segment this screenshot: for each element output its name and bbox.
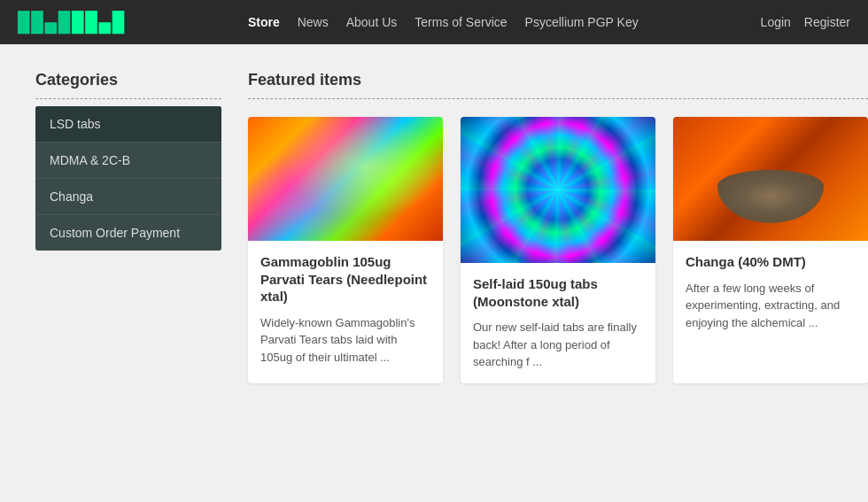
product-image-2 <box>461 117 655 263</box>
main-nav: Store News About Us Terms of Service Psy… <box>248 15 639 29</box>
nav-pgp[interactable]: Psycellium PGP Key <box>525 15 639 29</box>
sidebar-item-custom[interactable]: Custom Order Payment <box>35 215 221 251</box>
nav-store[interactable]: Store <box>248 15 280 29</box>
auth-links: Login Register <box>761 15 850 29</box>
product-name-3: Changa (40% DMT) <box>686 253 856 271</box>
main-content: Categories LSD tabs MDMA & 2C-B Changa C… <box>0 44 868 410</box>
product-info-1: Gammagoblin 105ug Parvati Tears (Needlep… <box>248 241 443 378</box>
products-grid: Gammagoblin 105ug Parvati Tears (Needlep… <box>248 117 868 383</box>
nav-news[interactable]: News <box>298 15 329 29</box>
register-link[interactable]: Register <box>804 15 850 29</box>
product-info-3: Changa (40% DMT) After a few long weeks … <box>673 241 868 344</box>
product-desc-1: Widely-known Gammagoblin's Parvati Tears… <box>260 314 430 367</box>
logo: ██▄███▄█ <box>18 12 126 34</box>
sidebar-item-changa[interactable]: Changa <box>35 179 221 215</box>
sidebar-item-lsd[interactable]: LSD tabs <box>35 106 221 143</box>
sidebar-title: Categories <box>35 71 221 89</box>
product-image-3 <box>673 117 868 241</box>
product-name-2: Self-laid 150ug tabs (Moonstone xtal) <box>473 275 643 310</box>
product-desc-3: After a few long weeks of experimenting,… <box>686 280 856 332</box>
product-card-2[interactable]: Self-laid 150ug tabs (Moonstone xtal) Ou… <box>461 117 655 383</box>
product-card-3[interactable]: Changa (40% DMT) After a few long weeks … <box>673 117 868 383</box>
product-name-1: Gammagoblin 105ug Parvati Tears (Needlep… <box>260 253 430 305</box>
nav-about[interactable]: About Us <box>346 15 398 29</box>
sidebar: Categories LSD tabs MDMA & 2C-B Changa C… <box>35 71 221 383</box>
sidebar-item-mdma[interactable]: MDMA & 2C-B <box>35 143 221 179</box>
login-link[interactable]: Login <box>761 15 791 29</box>
featured-divider <box>248 98 868 99</box>
product-image-1 <box>248 117 443 241</box>
header: ██▄███▄█ Store News About Us Terms of Se… <box>0 0 868 44</box>
nav-tos[interactable]: Terms of Service <box>415 15 507 29</box>
product-card-1[interactable]: Gammagoblin 105ug Parvati Tears (Needlep… <box>248 117 443 383</box>
featured-section: Featured items Gammagoblin 105ug Parvati… <box>248 71 868 383</box>
sidebar-menu: LSD tabs MDMA & 2C-B Changa Custom Order… <box>35 106 221 251</box>
product-desc-2: Our new self-laid tabs are finally back!… <box>473 319 643 371</box>
sidebar-divider <box>35 98 221 99</box>
featured-title: Featured items <box>248 71 868 89</box>
product-info-2: Self-laid 150ug tabs (Moonstone xtal) Ou… <box>461 263 655 383</box>
